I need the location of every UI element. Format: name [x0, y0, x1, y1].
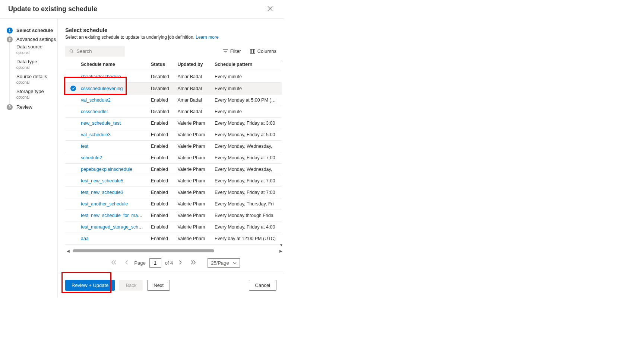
table-row[interactable]: val_schedule2EnabledAmar BadalEvery Mond…: [65, 95, 282, 106]
row-select-cell[interactable]: [65, 198, 78, 210]
table-row[interactable]: test_new_schedule5EnabledValerie PhamEve…: [65, 175, 282, 187]
page-first-button[interactable]: [109, 259, 119, 266]
scroll-right-caret-icon[interactable]: ▶: [278, 249, 284, 253]
search-box[interactable]: [65, 46, 125, 57]
row-select-cell[interactable]: [65, 95, 78, 106]
row-select-cell[interactable]: [65, 233, 78, 245]
row-select-cell[interactable]: [65, 210, 78, 221]
schedule-table: Schedule name Status Updated by Schedule…: [65, 58, 282, 245]
status-cell: Disabled: [148, 83, 174, 95]
row-select-cell[interactable]: [65, 83, 78, 95]
table-row[interactable]: test_new_schedule_for_manage...EnabledVa…: [65, 210, 282, 221]
updated-by-cell: Amar Badal: [174, 95, 212, 106]
table-scroll[interactable]: Schedule name Status Updated by Schedule…: [65, 58, 284, 248]
close-button[interactable]: [265, 4, 276, 14]
page-next-button[interactable]: [177, 259, 184, 266]
columns-icon: [250, 49, 255, 54]
updated-by-cell: Valerie Pham: [174, 187, 212, 198]
row-select-cell[interactable]: [65, 106, 78, 118]
wizard-substep-data-type[interactable]: Data type optional: [16, 59, 57, 70]
wizard-substeps: Data source optional Data type optional …: [16, 44, 57, 100]
svg-rect-1: [250, 49, 252, 53]
table-row[interactable]: aaaEnabledValerie PhamEvery day at 12:00…: [65, 233, 282, 245]
table-row[interactable]: cssscheduleeveningDisabledAmar BadalEver…: [65, 83, 282, 95]
row-select-cell[interactable]: [65, 129, 78, 141]
schedule-name-link[interactable]: shankardsschedule: [81, 74, 121, 79]
status-cell: Enabled: [148, 95, 174, 106]
back-button[interactable]: Back: [119, 280, 143, 291]
wizard-substep-storage-type[interactable]: Storage type optional: [16, 89, 57, 100]
wizard-sidebar: 1 Select schedule 2 Advanced settings Da…: [0, 19, 58, 297]
wizard-substep-data-source[interactable]: Data source optional: [16, 44, 57, 55]
table-row[interactable]: cssscheudle1DisabledAmar BadalEvery minu…: [65, 106, 282, 118]
page-size-select[interactable]: 25/Page: [208, 258, 240, 268]
row-select-cell[interactable]: [65, 164, 78, 175]
row-select-cell[interactable]: [65, 187, 78, 198]
schedule-name-cell: schedule2: [78, 152, 148, 164]
schedule-name-link[interactable]: test_new_schedule_for_manage...: [81, 213, 148, 218]
table-row[interactable]: new_schedule_testEnabledValerie PhamEver…: [65, 118, 282, 129]
chevron-down-icon: [233, 262, 237, 264]
schedule-name-link[interactable]: val_schedule3: [81, 132, 111, 137]
updated-by-cell: Valerie Pham: [174, 152, 212, 164]
schedule-name-link[interactable]: cssscheudle1: [81, 109, 109, 114]
next-button[interactable]: Next: [147, 280, 170, 291]
table-row[interactable]: test_new_schedule3EnabledValerie PhamEve…: [65, 187, 282, 198]
section-title: Select schedule: [65, 27, 284, 33]
learn-more-link[interactable]: Learn more: [196, 35, 218, 40]
horizontal-scrollbar[interactable]: ◀ ▶: [65, 248, 284, 254]
page-number-input[interactable]: [149, 258, 161, 268]
row-select-cell[interactable]: [65, 118, 78, 129]
chevron-double-right-icon: [190, 260, 196, 265]
step-number-icon: 3: [7, 104, 13, 110]
header-schedule-name[interactable]: Schedule name: [78, 58, 148, 71]
header-status[interactable]: Status: [148, 58, 174, 71]
scroll-down-caret-icon[interactable]: ▼: [279, 243, 283, 247]
table-row[interactable]: pepebugexplainscheduleEnabledValerie Pha…: [65, 164, 282, 175]
schedule-name-link[interactable]: schedule2: [81, 155, 102, 160]
schedule-name-link[interactable]: pepebugexplainschedule: [81, 167, 132, 172]
scroll-thumb[interactable]: [73, 249, 214, 252]
panel-body: 1 Select schedule 2 Advanced settings Da…: [0, 19, 284, 297]
scroll-left-caret-icon[interactable]: ◀: [65, 249, 71, 253]
wizard-step-advanced-settings[interactable]: 2 Advanced settings: [7, 36, 57, 42]
review-update-button[interactable]: Review + Update: [65, 280, 115, 291]
schedule-name-link[interactable]: test_managed_storage_schedule: [81, 224, 148, 230]
table-row[interactable]: shankardsscheduleDisabledAmar BadalEvery…: [65, 71, 282, 83]
schedule-name-link[interactable]: cssscheduleevening: [81, 86, 123, 91]
row-select-cell[interactable]: [65, 152, 78, 164]
schedule-name-link[interactable]: test: [81, 144, 88, 149]
table-row[interactable]: test_another_scheduleEnabledValerie Pham…: [65, 198, 282, 210]
schedule-name-cell: cssscheudle1: [78, 106, 148, 118]
schedule-name-link[interactable]: test_new_schedule3: [81, 190, 123, 195]
table-row[interactable]: schedule2EnabledValerie PhamEvery Monday…: [65, 152, 282, 164]
row-select-cell[interactable]: [65, 71, 78, 83]
row-select-cell[interactable]: [65, 221, 78, 233]
page-of-label: of 4: [165, 260, 173, 266]
search-input[interactable]: [76, 48, 121, 54]
columns-button[interactable]: Columns: [250, 48, 276, 54]
wizard-step-select-schedule[interactable]: 1 Select schedule: [7, 28, 57, 33]
wizard-step-review[interactable]: 3 Review: [7, 104, 57, 110]
schedule-name-link[interactable]: test_new_schedule5: [81, 178, 123, 183]
schedule-name-link[interactable]: val_schedule2: [81, 98, 111, 103]
table-row[interactable]: val_schedule3EnabledValerie PhamEvery Mo…: [65, 129, 282, 141]
table-row[interactable]: testEnabledValerie PhamEvery Monday, Wed…: [65, 141, 282, 152]
table-row[interactable]: test_managed_storage_scheduleEnabledVale…: [65, 221, 282, 233]
substep-label: Data type: [16, 59, 57, 65]
schedule-name-link[interactable]: aaa: [81, 236, 89, 241]
page-prev-button[interactable]: [123, 259, 130, 266]
schedule-name-link[interactable]: test_another_schedule: [81, 201, 128, 207]
row-select-cell[interactable]: [65, 175, 78, 187]
header-schedule-pattern[interactable]: Schedule pattern: [212, 58, 282, 71]
cancel-button[interactable]: Cancel: [249, 280, 276, 291]
page-last-button[interactable]: [188, 259, 198, 266]
row-select-cell[interactable]: [65, 141, 78, 152]
scroll-track[interactable]: [71, 249, 278, 252]
schedule-name-link[interactable]: new_schedule_test: [81, 121, 121, 126]
updated-by-cell: Valerie Pham: [174, 129, 212, 141]
wizard-substep-source-details[interactable]: Source details optional: [16, 74, 57, 85]
header-updated-by[interactable]: Updated by: [174, 58, 212, 71]
filter-button[interactable]: Filter: [223, 48, 241, 54]
schedule-name-cell: test_another_schedule: [78, 198, 148, 210]
